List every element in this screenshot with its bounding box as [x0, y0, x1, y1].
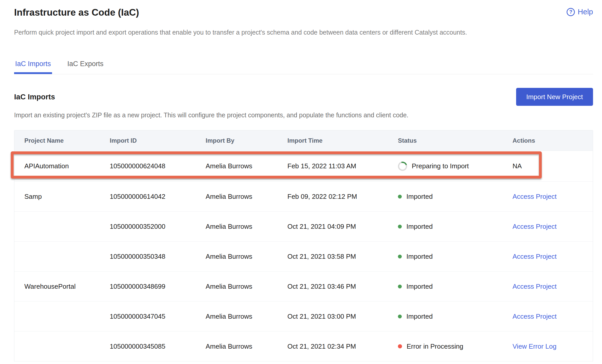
cell-status: Imported	[398, 253, 513, 261]
page-title: Infrastructure as Code (IaC)	[14, 7, 139, 18]
iac-page: Infrastructure as Code (IaC) ? Help Perf…	[0, 0, 602, 364]
cell-import-id: 105000000348699	[110, 283, 206, 290]
page-subtitle: Perform quick project import and export …	[14, 29, 593, 36]
access-project-link[interactable]: Access Project	[513, 223, 557, 230]
status-label: Imported	[406, 253, 433, 261]
status-label: Imported	[406, 223, 433, 231]
cell-import-time: Feb 15, 2022 11:03 AM	[287, 162, 398, 170]
cell-status: Error in Processing	[398, 342, 513, 350]
cell-import-by: Amelia Burrows	[206, 162, 287, 170]
column-header-project-name: Project Name	[14, 137, 110, 144]
action-na-text: NA	[513, 162, 522, 170]
cell-actions: Access Project	[513, 283, 593, 290]
cell-import-id: 105000000345085	[110, 342, 206, 350]
status-error-dot-icon	[398, 344, 402, 348]
status-label: Imported	[406, 283, 433, 290]
status-success-dot-icon	[398, 225, 402, 228]
access-project-link[interactable]: Access Project	[513, 313, 557, 320]
section-heading: IaC Imports	[14, 93, 55, 101]
help-icon: ?	[567, 8, 575, 16]
cell-status: Preparing to Import	[398, 162, 513, 171]
table-header-row: Project Name Import ID Import By Import …	[14, 130, 593, 151]
section-header: IaC Imports Import New Project	[14, 88, 593, 106]
table-row: 105000000345085 Amelia Burrows Oct 21, 2…	[14, 331, 593, 361]
table-row: Samp 105000000614042 Amelia Burrows Feb …	[14, 182, 593, 212]
cell-project-name: WarehousePortal	[14, 283, 110, 290]
cell-actions: Access Project	[513, 313, 593, 320]
cell-import-time: Oct 21, 2021 03:00 PM	[287, 313, 398, 320]
cell-import-id: 105000000624048	[110, 162, 206, 170]
cell-project-name: APIAutomation	[14, 162, 110, 170]
status-success-dot-icon	[398, 285, 402, 288]
cell-import-by: Amelia Burrows	[206, 193, 287, 201]
imports-table: Project Name Import ID Import By Import …	[14, 130, 593, 361]
tab-bar: IaC Imports IaC Exports	[14, 60, 593, 74]
cell-status: Imported	[398, 283, 513, 290]
cell-actions: Access Project	[513, 253, 593, 261]
cell-import-time: Feb 09, 2022 02:12 PM	[287, 193, 398, 201]
column-header-actions: Actions	[513, 137, 593, 144]
table-row: 105000000350348 Amelia Burrows Oct 21, 2…	[14, 242, 593, 272]
access-project-link[interactable]: Access Project	[513, 253, 557, 260]
cell-status: Imported	[398, 223, 513, 231]
cell-import-id: 105000000350348	[110, 253, 206, 261]
cell-import-time: Oct 21, 2021 02:34 PM	[287, 342, 398, 350]
cell-import-by: Amelia Burrows	[206, 223, 287, 231]
cell-import-by: Amelia Burrows	[206, 253, 287, 261]
cell-import-id: 105000000352000	[110, 223, 206, 231]
table-row: APIAutomation 105000000624048 Amelia Bur…	[14, 151, 593, 182]
column-header-status: Status	[398, 137, 513, 144]
column-header-import-time: Import Time	[287, 137, 398, 144]
status-success-dot-icon	[398, 315, 402, 318]
column-header-import-id: Import ID	[110, 137, 206, 144]
loading-spinner-icon	[396, 160, 409, 172]
cell-import-time: Oct 21, 2021 03:58 PM	[287, 253, 398, 261]
status-label: Preparing to Import	[412, 162, 469, 170]
status-success-dot-icon	[398, 195, 402, 199]
cell-import-by: Amelia Burrows	[206, 342, 287, 350]
cell-import-by: Amelia Burrows	[206, 283, 287, 290]
cell-actions: Access Project	[513, 223, 593, 231]
cell-import-id: 105000000347045	[110, 313, 206, 320]
view-error-log-link[interactable]: View Error Log	[513, 342, 557, 350]
cell-status: Imported	[398, 313, 513, 320]
page-header: Infrastructure as Code (IaC) ? Help	[14, 7, 593, 18]
status-label: Error in Processing	[407, 342, 463, 350]
cell-status: Imported	[398, 193, 513, 201]
cell-import-time: Oct 21, 2021 04:09 PM	[287, 223, 398, 231]
status-label: Imported	[406, 313, 433, 320]
tab-iac-imports[interactable]: IaC Imports	[14, 60, 52, 74]
cell-import-time: Oct 21, 2021 03:46 PM	[287, 283, 398, 290]
table-row: WarehousePortal 105000000348699 Amelia B…	[14, 272, 593, 301]
status-label: Imported	[406, 193, 433, 201]
section-description: Import an existing project's ZIP file as…	[14, 111, 593, 119]
table-row: 105000000347045 Amelia Burrows Oct 21, 2…	[14, 301, 593, 331]
cell-actions: Access Project	[513, 193, 593, 201]
status-success-dot-icon	[398, 255, 402, 258]
help-label: Help	[578, 8, 593, 16]
cell-project-name: Samp	[14, 193, 110, 201]
cell-import-by: Amelia Burrows	[206, 313, 287, 320]
import-new-project-button[interactable]: Import New Project	[516, 88, 593, 106]
cell-import-id: 105000000614042	[110, 193, 206, 201]
access-project-link[interactable]: Access Project	[513, 283, 557, 290]
table-row: 105000000352000 Amelia Burrows Oct 21, 2…	[14, 212, 593, 242]
access-project-link[interactable]: Access Project	[513, 193, 557, 200]
column-header-import-by: Import By	[206, 137, 287, 144]
help-link[interactable]: ? Help	[567, 8, 593, 16]
cell-actions: NA	[513, 162, 593, 170]
tab-iac-exports[interactable]: IaC Exports	[66, 60, 105, 74]
cell-actions: View Error Log	[513, 342, 593, 350]
